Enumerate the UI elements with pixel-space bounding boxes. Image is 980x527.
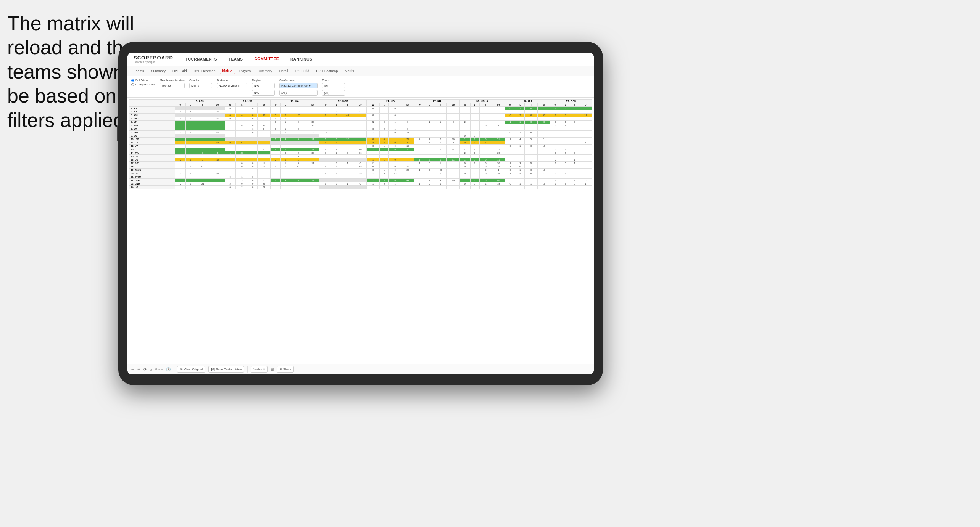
col-uo: 24. UO [367,100,414,103]
nav-bar: SCOREBOARD Powered by clippd TOURNAMENTS… [127,53,594,66]
h-l8: L [516,103,525,107]
sub-nav-detail[interactable]: Detail [277,68,291,74]
conference-select2[interactable]: (All) [279,90,318,96]
sub-nav-players[interactable]: Players [237,68,253,74]
row-label-uaf: 8. UAF [129,131,175,134]
row-label-unc: 4. UNC [129,117,175,121]
table-row: 3. ASU 04080 50120 2048 010 02060 3011 [129,114,592,117]
row-label-uo16: 16. UO [129,158,175,162]
row-label-ua9: 9. UA [129,134,175,138]
matrix-content[interactable]: 3. ASU 10. UW 11. UA 22. UCB 24. UO 27. … [127,98,594,364]
region-filter: Region N/A N/A [252,79,275,96]
row-label-u18: 18. U [129,165,175,169]
toolbar: ↩ ↪ ⟳ ⌕ ⊕ − + 🕐 👁 View: Original 💾 Save … [127,364,594,374]
division-label: Division [217,79,247,82]
h-d8: Dif [537,103,550,107]
table-row: 10. UW 13011 3032 04172 21066 12051 1451 [129,138,592,141]
redo-icon[interactable]: ↪ [137,367,140,371]
sub-nav-h2h-grid2[interactable]: H2H Grid [292,68,312,74]
share-button[interactable]: ↗ Share [277,366,294,373]
sub-nav-h2h-grid[interactable]: H2H Grid [170,68,190,74]
nav-rankings[interactable]: RANKINGS [288,56,314,63]
conference-select[interactable]: Pac-12 Conference ▼ [279,83,318,88]
tablet-side-button [117,126,118,141]
table-row: 1. AU 010 010 010 10 [129,107,592,110]
col-ua: 11. UA [270,100,319,103]
col-uu: 54. UU [505,100,550,103]
region-select[interactable]: N/A [252,83,275,88]
h-t7: T [479,103,492,107]
nav-teams[interactable]: TEAMS [226,56,245,63]
table-row: 2. VU 120-12 20027 [129,110,592,114]
h-d6: Dif [447,103,460,107]
gender-label: Gender [189,79,212,82]
h-d1: Dif [210,103,225,107]
row-label-etsu: 21. ETSU [129,175,175,179]
sub-nav-matrix2[interactable]: Matrix [342,68,357,74]
table-row: 6. FSU 14035 10 01 02 [129,124,592,127]
sub-nav-h2h-heatmap[interactable]: H2H Heatmap [191,68,218,74]
h-d2: Dif [258,103,271,107]
table-row: 19. TAMU 01023 1048 01 01019 [129,169,592,172]
max-teams-label: Max teams in view [160,79,184,82]
table-row: 11. UA 010 010 010 3400 3400 0320 1 [129,141,592,145]
sub-nav-teams[interactable]: Teams [131,68,147,74]
compact-view-radio[interactable]: Compact View [131,83,155,86]
h-l3: L [281,103,290,107]
table-row: 15. UF 01 [129,155,592,158]
division-select[interactable]: NCAA Division I [217,83,247,88]
sub-nav-summary2[interactable]: Summary [255,68,275,74]
row-label-git: 17. GIT [129,162,175,165]
row-label-ua11: 11. UA [129,141,175,145]
h-w9: W [550,103,561,107]
refresh-icon[interactable]: ⟳ [143,367,147,371]
table-row: 9. UA 01 [129,134,592,138]
team-select2[interactable]: (All) [322,90,345,96]
region-select2[interactable]: N/A [252,90,275,96]
conference-label: Conference [279,79,318,82]
max-teams-select[interactable]: Top 25 Top 50 [160,83,184,88]
save-custom-button[interactable]: 💾 Save Custom View [208,366,244,373]
h-w3: W [270,103,281,107]
table-row: 22. UCB 1303 14012 13044 01348 13048 153… [129,179,592,182]
watch-button[interactable]: Watch ▾ [251,366,267,373]
save-custom-label: Save Custom View [216,368,242,371]
filter-bar: Full View Compact View Max teams in view… [127,76,594,98]
col-uw: 10. UW [225,100,270,103]
view-original-button[interactable]: 👁 View: Original [177,366,205,373]
table-row: 21. ETSU 010 [129,175,592,179]
gender-filter: Gender Men's Women's [189,79,212,88]
zoom-controls: ⊕ − + [155,368,163,371]
table-row: 14. TTU 21 122 0230 12026 2029 030 [129,151,592,155]
clock-icon[interactable]: 🕐 [166,367,171,371]
h-t2: T [248,103,258,107]
h-t4: T [341,103,354,107]
sub-nav-h2h-heatmap2[interactable]: H2H Heatmap [313,68,340,74]
grid-icon[interactable]: ⊞ [271,367,274,371]
row-label-tamu: 19. TAMU [129,169,175,172]
gender-select[interactable]: Men's Women's [189,83,212,88]
row-label-ut: 5. UT [129,121,175,124]
search-icon[interactable]: ⌕ [150,367,152,371]
h-t8: T [525,103,538,107]
h-l7: L [470,103,479,107]
matrix-table: 3. ASU 10. UW 11. UA 22. UCB 24. UO 27. … [129,99,592,189]
row-label-uv: 12. UV [129,145,175,148]
save-icon: 💾 [211,368,215,371]
sub-nav-summary[interactable]: Summary [148,68,169,74]
table-row: 23. UNM 20-21 20025 0010 101 101 01118 0… [129,182,592,186]
share-icon: ↗ [279,368,282,371]
team-select[interactable]: (All) [322,83,345,88]
nav-tournaments[interactable]: TOURNAMENTS [183,56,219,63]
table-row: 13. UT 212 21122 02038 12026 012 2015 01… [129,148,592,151]
h-d9: D [579,103,592,107]
h-t3: T [290,103,306,107]
table-row: 18. U 2011 10011 1011 01013 01013 01013 … [129,165,592,169]
full-view-radio[interactable]: Full View [131,79,155,82]
undo-icon[interactable]: ↩ [131,367,134,371]
row-label-ug: 20. UG [129,172,175,175]
row-label-vu: 2. VU [129,110,175,114]
sub-nav-matrix[interactable]: Matrix [220,67,235,74]
nav-committee[interactable]: COMMITTEE [252,55,282,63]
row-label-ttu: 14. TTU [129,151,175,155]
